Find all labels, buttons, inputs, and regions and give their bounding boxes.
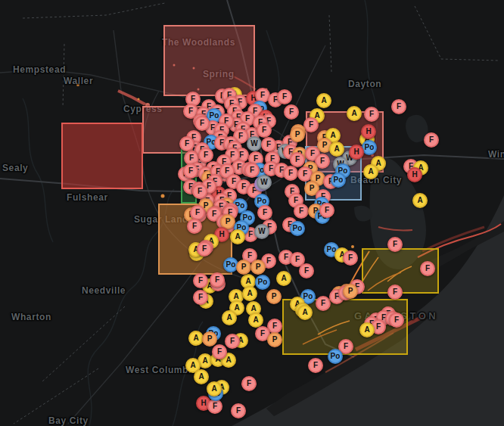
marker-H[interactable]: H (349, 145, 364, 160)
marker-F[interactable]: F (261, 137, 276, 152)
marker-A[interactable]: A (276, 271, 291, 286)
marker-F[interactable]: F (303, 117, 319, 132)
marker-P[interactable]: P (236, 260, 251, 275)
marker-F[interactable]: F (183, 163, 198, 179)
marker-A[interactable]: A (242, 286, 257, 301)
marker-A[interactable]: A (316, 93, 331, 108)
marker-F[interactable]: F (198, 148, 213, 163)
marker-F[interactable]: F (212, 344, 227, 359)
marker-Po[interactable]: Po (331, 173, 346, 188)
marker-F[interactable]: F (343, 250, 358, 266)
marker-F[interactable]: F (210, 272, 225, 288)
marker-A[interactable]: A (297, 305, 313, 320)
marker-F[interactable]: F (241, 376, 257, 391)
marker-A[interactable]: A (412, 193, 428, 208)
marker-P[interactable]: P (202, 331, 217, 347)
marker-F[interactable]: F (424, 132, 439, 148)
marker-F[interactable]: F (207, 399, 222, 414)
marker-A[interactable]: A (188, 331, 204, 346)
marker-F[interactable]: F (319, 203, 334, 218)
marker-F[interactable]: F (308, 358, 323, 373)
marker-P[interactable]: P (250, 260, 266, 275)
marker-W[interactable]: W (257, 175, 272, 190)
marker-A[interactable]: A (248, 313, 263, 328)
marker-A[interactable]: A (347, 106, 362, 121)
marker-A[interactable]: A (222, 310, 237, 325)
marker-F[interactable]: F (231, 403, 246, 418)
marker-F[interactable]: F (193, 273, 208, 288)
marker-F[interactable]: F (389, 313, 404, 328)
marker-F[interactable]: F (225, 334, 240, 349)
marker-F[interactable]: F (187, 219, 202, 234)
marker-P[interactable]: P (290, 127, 305, 142)
markers-layer: AFFFFFFHFFFPoFHFAAFAFFFFFFFPoFFFFFFFFFFF… (0, 0, 504, 426)
marker-F[interactable]: F (420, 261, 435, 276)
marker-P[interactable]: P (266, 289, 282, 304)
marker-F[interactable]: F (193, 290, 208, 305)
marker-F[interactable]: F (179, 136, 194, 151)
marker-F[interactable]: F (387, 285, 403, 300)
marker-F[interactable]: F (364, 107, 379, 122)
map-canvas[interactable]: HempsteadWallerCypressThe WoodlandsSprin… (0, 0, 504, 426)
marker-Po[interactable]: Po (255, 275, 270, 290)
marker-F[interactable]: F (194, 116, 210, 131)
marker-W[interactable]: W (254, 224, 269, 239)
marker-A[interactable]: A (207, 381, 222, 396)
marker-F[interactable]: F (283, 166, 298, 181)
marker-F[interactable]: F (316, 296, 331, 311)
marker-A[interactable]: A (363, 164, 378, 179)
marker-F[interactable]: F (391, 99, 406, 114)
marker-Po[interactable]: Po (362, 140, 377, 155)
marker-W[interactable]: W (247, 136, 262, 151)
marker-F[interactable]: F (299, 263, 314, 278)
marker-F[interactable]: F (244, 163, 260, 178)
marker-F[interactable]: F (284, 104, 299, 120)
marker-H[interactable]: H (361, 124, 376, 139)
marker-P[interactable]: P (343, 284, 358, 299)
marker-P[interactable]: P (267, 332, 282, 347)
marker-Po[interactable]: Po (328, 349, 343, 364)
marker-A[interactable]: A (194, 369, 209, 384)
marker-A[interactable]: A (359, 322, 375, 337)
marker-F[interactable]: F (277, 89, 292, 104)
marker-F[interactable]: F (257, 205, 272, 220)
marker-F[interactable]: F (257, 123, 272, 138)
marker-F[interactable]: F (197, 241, 212, 257)
marker-F[interactable]: F (190, 205, 205, 220)
marker-Po[interactable]: Po (290, 221, 305, 236)
marker-F[interactable]: F (294, 204, 309, 219)
marker-F[interactable]: F (192, 184, 207, 199)
marker-A[interactable]: A (230, 229, 245, 244)
marker-F[interactable]: F (387, 237, 403, 252)
marker-H[interactable]: H (407, 167, 422, 182)
